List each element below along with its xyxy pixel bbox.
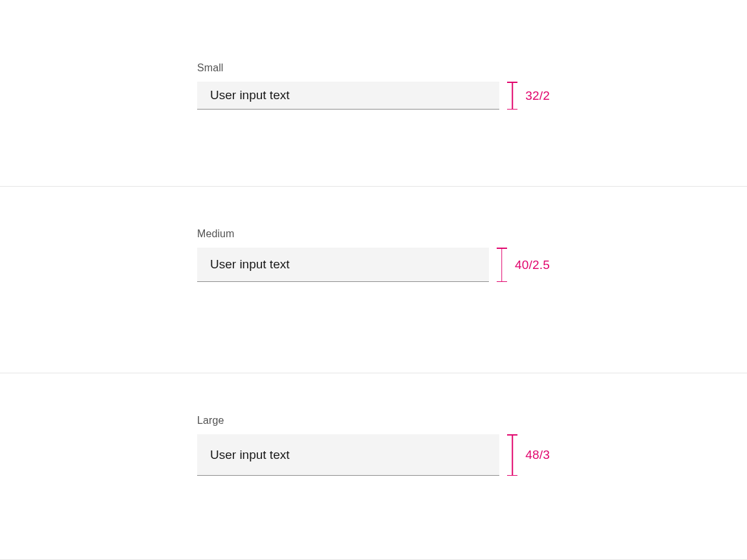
field-wrap-medium: 40/2.5 bbox=[197, 248, 550, 282]
height-spec-value-small: 32/2 bbox=[525, 89, 550, 103]
size-section-medium: Medium 40/2.5 bbox=[0, 187, 747, 373]
field-label-small: Small bbox=[197, 62, 550, 74]
size-section-large: Large 48/3 bbox=[0, 373, 747, 560]
dimension-bracket-icon bbox=[507, 434, 517, 476]
height-spec-large: 48/3 bbox=[507, 434, 550, 476]
height-spec-medium: 40/2.5 bbox=[497, 248, 550, 282]
height-spec-small: 32/2 bbox=[507, 82, 550, 110]
height-spec-value-large: 48/3 bbox=[525, 448, 550, 462]
height-spec-value-medium: 40/2.5 bbox=[515, 258, 550, 272]
field-label-large: Large bbox=[197, 415, 550, 426]
dimension-bracket-icon bbox=[507, 82, 517, 110]
dimension-bracket-icon bbox=[497, 248, 507, 282]
text-input-large[interactable] bbox=[197, 434, 499, 476]
field-wrap-large: 48/3 bbox=[197, 434, 550, 476]
field-label-medium: Medium bbox=[197, 228, 550, 240]
text-input-small[interactable] bbox=[197, 82, 499, 110]
field-wrap-small: 32/2 bbox=[197, 82, 550, 110]
text-input-medium[interactable] bbox=[197, 248, 489, 282]
size-section-small: Small 32/2 bbox=[0, 0, 747, 187]
